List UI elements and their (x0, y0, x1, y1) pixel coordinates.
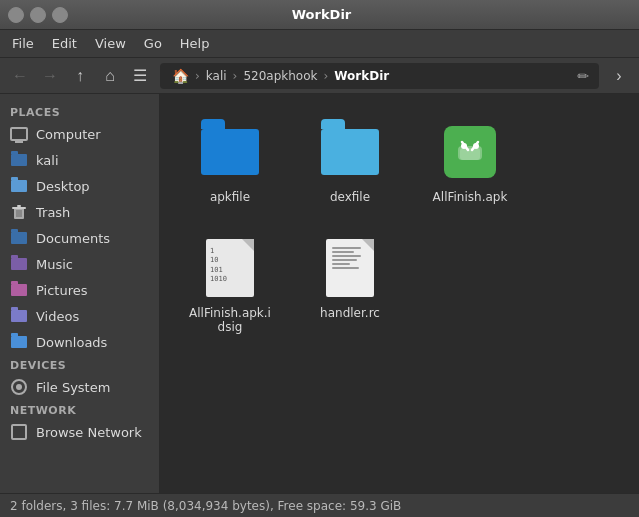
computer-icon (10, 125, 28, 143)
maximize-button[interactable] (30, 7, 46, 23)
toggle-panel-button[interactable]: ☰ (126, 62, 154, 90)
text-file-icon-container (318, 236, 382, 300)
sidebar-item-computer[interactable]: Computer (0, 121, 159, 147)
sidebar-item-documents[interactable]: Documents (0, 225, 159, 251)
trash-icon (10, 203, 28, 221)
breadcrumb-520apkhook[interactable]: 520apkhook (237, 67, 323, 85)
main-layout: Places Computer kali Desktop (0, 94, 639, 493)
folder-pictures-icon (10, 281, 28, 299)
breadcrumb: 🏠 › kali › 520apkhook › WorkDir ✏ (160, 63, 599, 89)
file-area: apkfile dexfile (160, 94, 639, 493)
folder-dexfile-icon (318, 120, 382, 184)
menu-go[interactable]: Go (136, 32, 170, 55)
statusbar: 2 folders, 3 files: 7.7 MiB (8,034,934 b… (0, 493, 639, 517)
breadcrumb-edit-button[interactable]: ✏ (573, 66, 593, 86)
minimize-button[interactable] (8, 7, 24, 23)
network-header: Network (0, 400, 159, 419)
sidebar: Places Computer kali Desktop (0, 94, 160, 493)
up-button[interactable]: ↑ (66, 62, 94, 90)
binary-file-icon: 1 10 101 1010 (198, 236, 262, 300)
sidebar-item-videos[interactable]: Videos (0, 303, 159, 329)
sidebar-item-pictures[interactable]: Pictures (0, 277, 159, 303)
sidebar-label-desktop: Desktop (36, 179, 90, 194)
folder-videos-icon (10, 307, 28, 325)
status-text: 2 folders, 3 files: 7.7 MiB (8,034,934 b… (10, 499, 401, 513)
svg-rect-9 (460, 148, 480, 160)
breadcrumb-home[interactable]: 🏠 (166, 66, 195, 86)
network-icon (10, 423, 28, 441)
menubar: File Edit View Go Help (0, 30, 639, 58)
svg-rect-1 (12, 207, 26, 209)
toolbar: ← → ↑ ⌂ ☰ 🏠 › kali › 520apkhook › WorkDi… (0, 58, 639, 94)
close-button[interactable] (52, 7, 68, 23)
svg-rect-2 (17, 205, 21, 207)
menu-edit[interactable]: Edit (44, 32, 85, 55)
sidebar-item-network[interactable]: Browse Network (0, 419, 159, 445)
titlebar-buttons (8, 7, 68, 23)
folder-kali-icon (10, 151, 28, 169)
back-button[interactable]: ← (6, 62, 34, 90)
menu-help[interactable]: Help (172, 32, 218, 55)
window-title: WorkDir (68, 7, 575, 22)
titlebar: WorkDir (0, 0, 639, 30)
file-label-dexfile: dexfile (330, 190, 370, 204)
breadcrumb-kali[interactable]: kali (200, 67, 233, 85)
file-label-idsig: AllFinish.apk.idsig (186, 306, 274, 334)
file-item-allfinish-apk[interactable]: AllFinish.apk (420, 114, 520, 210)
filesystem-icon (10, 378, 28, 396)
menu-view[interactable]: View (87, 32, 134, 55)
file-item-apkfile[interactable]: apkfile (180, 114, 280, 210)
sidebar-label-pictures: Pictures (36, 283, 87, 298)
sidebar-item-filesystem[interactable]: File System (0, 374, 159, 400)
places-header: Places (0, 102, 159, 121)
sidebar-item-desktop[interactable]: Desktop (0, 173, 159, 199)
folder-desktop-icon (10, 177, 28, 195)
sidebar-label-kali: kali (36, 153, 59, 168)
folder-downloads-icon (10, 333, 28, 351)
folder-documents-icon (10, 229, 28, 247)
sidebar-item-music[interactable]: Music (0, 251, 159, 277)
apk-icon (438, 120, 502, 184)
devices-header: Devices (0, 355, 159, 374)
sidebar-label-network: Browse Network (36, 425, 142, 440)
sidebar-label-videos: Videos (36, 309, 79, 324)
menu-file[interactable]: File (4, 32, 42, 55)
folder-music-icon (10, 255, 28, 273)
sidebar-label-filesystem: File System (36, 380, 110, 395)
sidebar-item-downloads[interactable]: Downloads (0, 329, 159, 355)
file-item-handler-rc[interactable]: handler.rc (300, 230, 400, 340)
home-button[interactable]: ⌂ (96, 62, 124, 90)
file-item-idsig[interactable]: 1 10 101 1010 AllFinish.apk.idsig (180, 230, 280, 340)
file-label-apkfile: apkfile (210, 190, 250, 204)
sidebar-label-music: Music (36, 257, 73, 272)
sidebar-item-kali[interactable]: kali (0, 147, 159, 173)
sidebar-label-trash: Trash (36, 205, 70, 220)
breadcrumb-workdir[interactable]: WorkDir (328, 67, 395, 85)
file-label-allfinish-apk: AllFinish.apk (433, 190, 508, 204)
sidebar-label-documents: Documents (36, 231, 110, 246)
sidebar-item-trash[interactable]: Trash (0, 199, 159, 225)
sidebar-label-computer: Computer (36, 127, 101, 142)
file-label-handler-rc: handler.rc (320, 306, 380, 320)
folder-apkfile-icon (198, 120, 262, 184)
sidebar-label-downloads: Downloads (36, 335, 107, 350)
home-icon: 🏠 (172, 68, 189, 84)
chevron-right-button[interactable]: › (605, 62, 633, 90)
file-item-dexfile[interactable]: dexfile (300, 114, 400, 210)
android-icon (444, 126, 496, 178)
forward-button[interactable]: → (36, 62, 64, 90)
